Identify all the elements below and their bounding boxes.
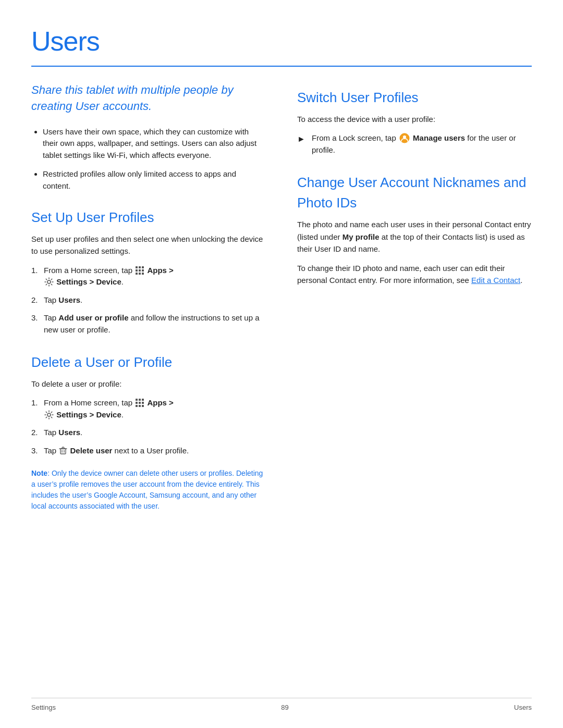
note-label: Note (31, 469, 47, 477)
svg-rect-15 (142, 402, 144, 404)
title-divider (31, 66, 532, 67)
two-column-layout: Share this tablet with multiple people b… (31, 82, 532, 512)
svg-point-9 (47, 280, 51, 283)
apps-icon-2 (135, 398, 144, 408)
svg-point-22 (403, 135, 406, 139)
set-up-step-2: 2. Tap Users. (31, 294, 266, 306)
page: Users Share this tablet with multiple pe… (0, 0, 563, 553)
intro-text: Share this tablet with multiple people b… (31, 82, 266, 115)
svg-rect-1 (139, 266, 141, 268)
delete-body: To delete a user or profile: (31, 378, 266, 390)
apps-icon (135, 266, 144, 275)
bullet-item-2: Restricted profiles allow only limited a… (43, 168, 266, 192)
manage-users-icon (399, 133, 410, 143)
svg-rect-14 (139, 402, 141, 404)
delete-section-title: Delete a User or Profile (31, 352, 266, 373)
set-up-steps: 1. From a Home screen, tap (31, 265, 266, 336)
note-text: Note: Only the device owner can delete o… (31, 468, 266, 512)
delete-step-1: 1. From a Home screen, tap (31, 397, 266, 421)
bullet-list: Users have their own space, which they c… (31, 126, 266, 192)
switch-section-title: Switch User Profiles (297, 88, 532, 108)
set-up-body: Set up user profiles and then select one… (31, 233, 266, 257)
change-para2: To change their ID photo and name, each … (297, 262, 532, 287)
svg-rect-10 (136, 399, 138, 401)
delete-steps: 1. From a Home screen, tap (31, 397, 266, 456)
delete-section: Delete a User or Profile To delete a use… (31, 352, 266, 512)
svg-rect-16 (136, 405, 138, 407)
footer-center: 89 (281, 702, 288, 713)
svg-rect-2 (142, 266, 144, 268)
svg-rect-12 (142, 399, 144, 401)
svg-rect-6 (136, 273, 138, 275)
svg-rect-11 (139, 399, 141, 401)
set-up-step-3: 3. Tap Add user or profile and follow th… (31, 312, 266, 336)
switch-body: To access the device with a user profile… (297, 113, 532, 125)
page-title: Users (31, 21, 532, 61)
svg-rect-3 (136, 269, 138, 272)
switch-step: ► From a Lock screen, tap Manage users f… (297, 132, 532, 156)
svg-rect-18 (142, 405, 144, 407)
svg-rect-20 (60, 449, 66, 454)
svg-rect-4 (139, 269, 141, 272)
svg-rect-13 (136, 402, 138, 404)
delete-step-3: 3. Tap Delete user (31, 445, 266, 457)
settings-gear-icon (44, 277, 54, 287)
footer-right: Users (514, 702, 532, 713)
left-column: Share this tablet with multiple people b… (31, 82, 266, 512)
change-section-title: Change User Account Nicknames and Photo … (297, 172, 532, 213)
change-para1: The photo and name each user uses in the… (297, 218, 532, 255)
footer-left: Settings (31, 702, 56, 713)
trash-icon (59, 447, 67, 455)
svg-rect-0 (136, 266, 138, 268)
set-up-step-1: 1. From a Home screen, tap (31, 265, 266, 288)
page-footer: Settings 89 Users (31, 698, 532, 713)
set-up-section-title: Set Up User Profiles (31, 207, 266, 228)
svg-rect-7 (139, 273, 141, 275)
arrow-icon: ► (297, 133, 307, 145)
settings-gear-icon-2 (44, 410, 54, 419)
change-section: Change User Account Nicknames and Photo … (297, 172, 532, 286)
svg-rect-8 (142, 273, 144, 275)
svg-rect-17 (139, 405, 141, 407)
edit-contact-link[interactable]: Edit a Contact (471, 276, 520, 285)
delete-step-2: 2. Tap Users. (31, 427, 266, 439)
bullet-item-1: Users have their own space, which they c… (43, 126, 266, 162)
right-column: Switch User Profiles To access the devic… (297, 82, 532, 512)
svg-rect-5 (142, 269, 144, 272)
svg-point-19 (47, 413, 51, 416)
